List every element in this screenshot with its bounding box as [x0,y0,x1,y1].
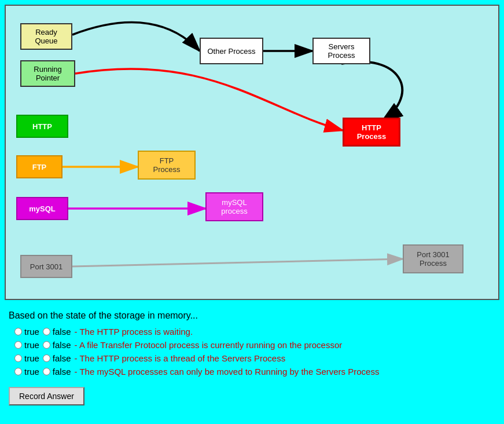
q3-true-radio[interactable] [14,354,22,362]
q4-false-label: false [53,367,71,377]
answer-row-1: true false - The HTTP process is waiting… [14,327,495,337]
question-area: Based on the state of the storage in mem… [0,305,504,411]
answer-row-4: true false - The mySQL processes can onl… [14,367,495,377]
q3-description: - The HTTP process is a thread of the Se… [75,353,286,363]
record-answer-button[interactable]: Record Answer [9,387,84,405]
http-node: HTTP [16,115,68,138]
mysql-node: mySQL [16,197,68,220]
answer-options: true false - The HTTP process is waiting… [14,327,495,377]
q1-false-radio[interactable] [43,328,50,335]
other-process-node: Other Process [200,38,263,64]
q4-false-radio[interactable] [43,368,50,375]
q1-true-label: true [24,327,39,337]
q3-false-label: false [53,353,71,363]
port3001-right-node: Port 3001Process [403,244,463,273]
q1-true-radio[interactable] [14,328,22,335]
ftp-process-node: FTPProcess [138,151,196,180]
q2-false-radio[interactable] [43,341,50,349]
question-prompt: Based on the state of the storage in mem… [9,310,495,321]
q2-description: - A file Transfer Protocol process is cu… [75,340,343,350]
diagram-area: ReadyQueue RunningPointer Other Process … [5,5,499,300]
http-process-node: HTTPProcess [343,118,400,147]
q1-description: - The HTTP process is waiting. [75,327,193,337]
port3001-left-node: Port 3001 [20,255,72,278]
servers-process-node: ServersProcess [312,38,370,64]
mysql-process-node: mySQLprocess [205,192,263,221]
q2-true-radio[interactable] [14,341,22,349]
q3-true-label: true [24,353,39,363]
q2-false-label: false [53,340,71,350]
running-pointer-node: RunningPointer [20,60,75,87]
q4-true-label: true [24,367,39,377]
ready-queue-node: ReadyQueue [20,23,72,50]
q2-true-label: true [24,340,39,350]
q3-false-radio[interactable] [43,354,50,362]
q4-description: - The mySQL processes can only be moved … [75,367,380,377]
answer-row-2: true false - A file Transfer Protocol pr… [14,340,495,350]
q4-true-radio[interactable] [14,368,22,375]
answer-row-3: true false - The HTTP process is a threa… [14,353,495,363]
q1-false-label: false [53,327,71,337]
ftp-node: FTP [16,155,62,178]
